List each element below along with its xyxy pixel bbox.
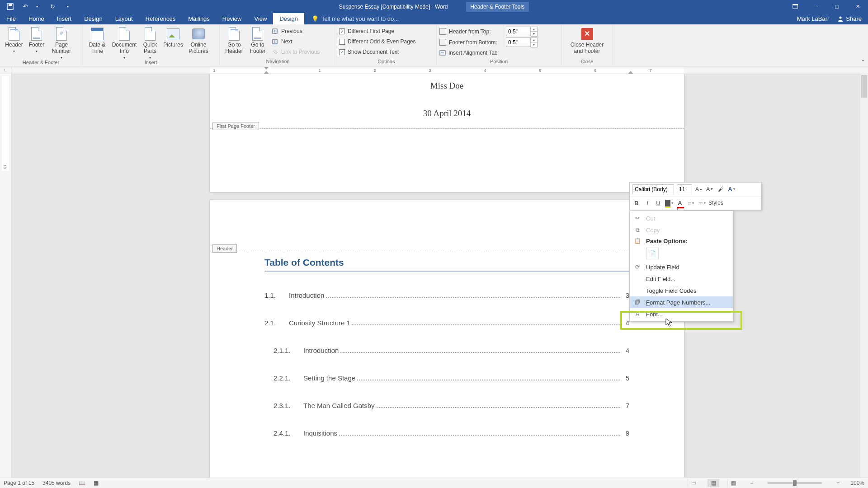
status-words[interactable]: 3405 words: [42, 480, 71, 486]
ctx-font[interactable]: AFont...: [630, 308, 733, 320]
tab-mailings[interactable]: Mailings: [182, 13, 216, 24]
toc-row[interactable]: 2.2.1.Setting the Stage5: [264, 374, 629, 382]
tab-review[interactable]: Review: [216, 13, 248, 24]
qat-save-icon[interactable]: [5, 1, 15, 12]
mini-font-size[interactable]: [677, 184, 692, 194]
quick-parts-button[interactable]: Quick Parts▾: [139, 26, 161, 60]
link-to-previous-button[interactable]: Link to Previous: [272, 47, 320, 56]
font-color-icon[interactable]: A: [676, 199, 684, 207]
show-document-text-checkbox[interactable]: Show Document Text: [339, 47, 399, 56]
spellcheck-icon[interactable]: 📖: [79, 480, 85, 486]
toc-leader: [339, 435, 620, 436]
macro-icon[interactable]: ▦: [94, 480, 99, 486]
footer-from-bottom-input[interactable]: [506, 38, 531, 47]
zoom-in-button[interactable]: +: [834, 480, 842, 486]
zoom-out-button[interactable]: −: [747, 480, 756, 486]
toc-row[interactable]: 1.1.Introduction3: [264, 291, 629, 299]
format-page-numbers-icon: 🗐: [633, 299, 642, 306]
ctx-update-field[interactable]: ⟳Update Field: [630, 261, 733, 273]
right-indent-marker[interactable]: [628, 71, 633, 74]
footer-from-bottom-spinner[interactable]: ▲▼: [531, 38, 538, 47]
page-1[interactable]: Miss Doe 30 April 2014 First Page Footer: [210, 74, 684, 192]
user-name[interactable]: Mark LaBarr: [797, 15, 830, 22]
vertical-ruler[interactable]: 10: [0, 74, 11, 478]
close-window-button[interactable]: ✕: [847, 0, 868, 13]
mini-font-name[interactable]: [632, 184, 674, 194]
minimize-button[interactable]: ─: [806, 0, 826, 13]
share-button[interactable]: Share: [837, 15, 862, 22]
hanging-indent-marker[interactable]: [264, 71, 269, 74]
page-2[interactable]: Header Table of Contents 1.1.Introductio…: [210, 200, 684, 478]
italic-icon[interactable]: I: [643, 199, 651, 207]
tell-me-search[interactable]: 💡 Tell me what you want to do...: [304, 13, 797, 24]
header-from-top-input[interactable]: [506, 27, 531, 36]
ctx-edit-field[interactable]: Edit Field...: [630, 273, 733, 285]
tab-home[interactable]: Home: [22, 13, 51, 24]
qat-undo-icon[interactable]: ↶: [20, 1, 31, 12]
tab-design[interactable]: Design: [78, 13, 108, 24]
goto-footer-button[interactable]: Go to Footer: [246, 26, 269, 55]
mouse-cursor-icon: [665, 318, 673, 327]
numbering-icon[interactable]: ≣: [698, 199, 706, 207]
goto-header-button[interactable]: Go to Header: [222, 26, 246, 55]
group-options: Options: [336, 59, 436, 66]
tab-references[interactable]: References: [139, 13, 182, 24]
scrollbar-thumb[interactable]: [861, 75, 867, 98]
different-odd-even-checkbox[interactable]: Different Odd & Even Pages: [339, 37, 416, 46]
toc-number: 2.1.1.: [274, 347, 303, 354]
grow-font-icon[interactable]: A▲: [695, 185, 703, 193]
mini-styles-dropdown-icon[interactable]: A: [727, 185, 736, 193]
maximize-button[interactable]: ▢: [826, 0, 847, 13]
online-pictures-button[interactable]: Online Pictures: [185, 26, 212, 55]
toc-row[interactable]: 2.1.Curiosity Structure 14: [264, 319, 629, 327]
previous-button[interactable]: Previous: [272, 27, 302, 36]
ctx-toggle-field-codes[interactable]: Toggle Field Codes: [630, 285, 733, 296]
qat-redo-icon[interactable]: ↻: [47, 1, 58, 12]
group-position: Position: [437, 59, 561, 66]
different-first-page-checkbox[interactable]: Different First Page: [339, 27, 394, 36]
underline-icon[interactable]: U: [654, 199, 662, 207]
footer-button[interactable]: Footer▾: [25, 26, 48, 53]
tab-layout[interactable]: Layout: [109, 13, 139, 24]
insert-alignment-tab-button[interactable]: Insert Alignment Tab: [439, 48, 498, 57]
highlight-icon[interactable]: [665, 199, 673, 207]
tab-insert[interactable]: Insert: [51, 13, 78, 24]
document-info-button[interactable]: Document Info▾: [109, 26, 139, 60]
close-header-footer-button[interactable]: ✕ Close Header and Footer: [566, 26, 609, 55]
toc-row[interactable]: 2.3.1.The Man Called Gatsby7: [264, 402, 629, 409]
tab-view[interactable]: View: [248, 13, 273, 24]
toc-row[interactable]: 2.1.1.Introduction4: [264, 347, 629, 354]
date-time-button[interactable]: Date & Time: [85, 26, 109, 55]
svg-rect-3: [793, 4, 798, 5]
ctx-format-page-numbers[interactable]: 🗐Format Page Numbers...: [630, 296, 733, 308]
web-layout-icon[interactable]: ▦: [727, 479, 739, 487]
vertical-scrollbar[interactable]: [860, 74, 868, 478]
next-button[interactable]: Next: [272, 37, 292, 46]
bold-icon[interactable]: B: [632, 199, 641, 207]
qat-customize-icon[interactable]: ▾: [62, 1, 73, 12]
pictures-button[interactable]: Pictures: [161, 26, 185, 48]
horizontal-ruler[interactable]: 1 1 2 3 4 5 6 7: [11, 66, 868, 74]
header-button[interactable]: Header▾: [3, 26, 25, 53]
first-line-indent-marker[interactable]: [264, 67, 269, 70]
page-number-button[interactable]: Page Number▾: [48, 26, 75, 60]
zoom-slider[interactable]: [768, 482, 822, 484]
paste-keep-text-icon[interactable]: 📄: [646, 248, 659, 259]
shrink-font-icon[interactable]: A▼: [706, 185, 714, 193]
header-from-top-spinner[interactable]: ▲▼: [531, 27, 538, 37]
bullets-icon[interactable]: ≡: [687, 199, 695, 207]
tab-hf-design[interactable]: Design: [273, 13, 304, 24]
mini-styles-button[interactable]: Styles: [708, 200, 723, 206]
read-mode-icon[interactable]: ▭: [688, 479, 699, 487]
format-painter-icon[interactable]: 🖌: [717, 185, 725, 193]
print-layout-icon[interactable]: ▤: [708, 479, 719, 487]
tab-file[interactable]: File: [0, 13, 22, 24]
zoom-level[interactable]: 100%: [850, 480, 864, 486]
ribbon-display-options-icon[interactable]: [785, 0, 806, 13]
qat-undo-more-icon[interactable]: ▾: [32, 1, 42, 12]
insert-alignment-tab-label: Insert Alignment Tab: [448, 50, 498, 56]
status-page[interactable]: Page 1 of 15: [4, 480, 34, 486]
toc-row[interactable]: 2.4.1.Inquisitions9: [264, 429, 629, 437]
zoom-slider-knob[interactable]: [793, 480, 797, 486]
collapse-ribbon-icon[interactable]: ⌃: [861, 59, 865, 65]
